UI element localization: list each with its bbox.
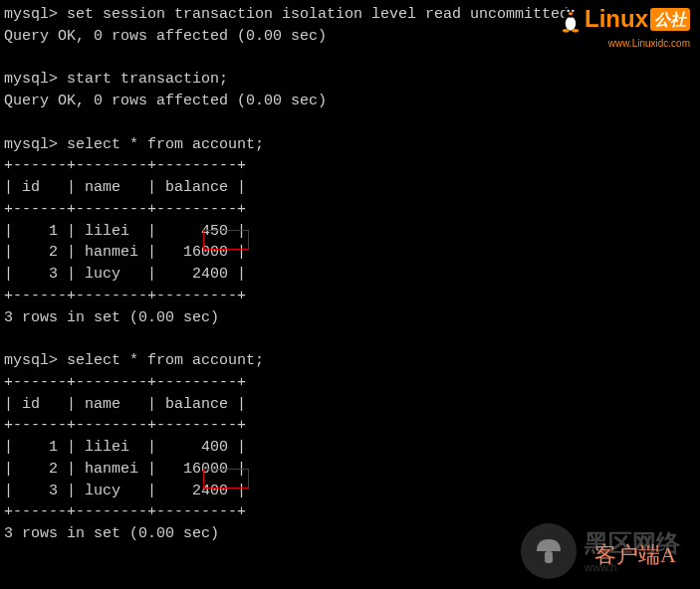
result-footer: 3 rows in set (0.00 sec) [4,525,219,542]
cell-name: lilei [85,223,129,240]
cell-id: 2 [49,461,58,478]
cell-balance: 16000 [183,461,228,478]
mysql-prompt: mysql> [4,352,58,369]
col-id: id [22,179,40,196]
svg-rect-8 [545,551,553,563]
table-border: +------+--------+---------+ [4,417,246,434]
command-set-isolation: set session transaction isolation level … [67,6,578,23]
command-select-2: select * from account; [67,352,264,369]
cell-balance: 400 [201,439,228,456]
cell-balance: 16000 [183,244,228,261]
logo-url: www.Linuxidc.com [559,37,690,52]
cell-name: lilei [85,439,129,456]
logo-brand-main: Linux [584,2,648,37]
terminal-output: mysql> set session transaction isolation… [4,4,696,545]
mysql-prompt: mysql> [4,6,58,23]
col-name: name [85,179,120,196]
table-border: +------+--------+---------+ [4,201,246,218]
table-border: +------+--------+---------+ [4,374,246,391]
svg-point-1 [566,17,577,31]
logo-brand-suffix: 公社 [650,8,690,31]
col-balance: balance [165,396,228,413]
col-balance: balance [165,179,228,196]
mushroom-icon [521,523,577,579]
cell-id: 3 [49,266,58,283]
result-line: Query OK, 0 rows affected (0.00 sec) [4,28,327,45]
table-border: +------+--------+---------+ [4,503,246,520]
result-footer: 3 rows in set (0.00 sec) [4,309,219,326]
cell-id: 2 [49,244,58,261]
svg-point-6 [563,29,570,32]
cell-name: hanmei [85,461,138,478]
cell-name: hanmei [85,244,138,261]
cell-balance: 450 [201,223,228,240]
client-label: 客户端A [594,539,676,571]
cell-id: 1 [49,439,58,456]
svg-point-4 [572,10,574,12]
col-name: name [85,396,120,413]
mysql-prompt: mysql> [4,136,58,153]
svg-point-3 [568,10,570,12]
linux-logo-watermark: Linux公社 www.Linuxidc.com [559,2,690,51]
penguin-icon [559,5,583,33]
cell-balance: 2400 [192,266,228,283]
svg-point-2 [565,7,577,19]
command-select-1: select * from account; [67,136,264,153]
cell-balance: 2400 [192,483,228,499]
col-id: id [22,396,40,413]
mysql-prompt: mysql> [4,71,58,88]
table-border: +------+--------+---------+ [4,157,246,174]
cell-id: 1 [49,223,58,240]
table-border: +------+--------+---------+ [4,288,246,304]
cell-name: lucy [85,483,120,499]
cell-name: lucy [85,266,120,283]
command-start-transaction: start transaction; [67,71,228,88]
svg-point-7 [572,29,579,32]
cell-id: 3 [49,483,58,499]
result-line: Query OK, 0 rows affected (0.00 sec) [4,93,327,109]
svg-point-5 [569,13,574,16]
